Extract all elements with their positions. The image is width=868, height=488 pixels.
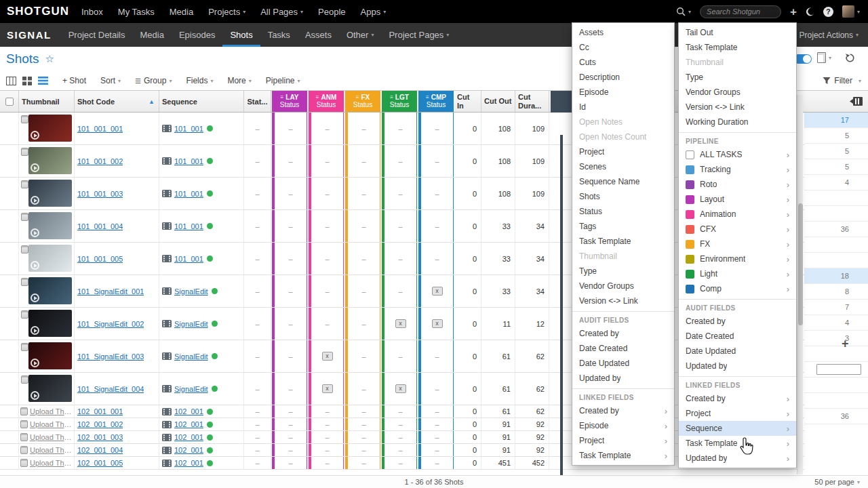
pipeline-cell-cmp[interactable]: x bbox=[418, 275, 454, 307]
col-header-cut-duration[interactable]: Cut Dura... bbox=[515, 91, 549, 112]
sequence-link[interactable]: SignalEdit bbox=[174, 385, 208, 393]
topnav-item-my-tasks[interactable]: My Tasks bbox=[118, 7, 155, 17]
menu-item-updated-by[interactable]: Updated by bbox=[679, 359, 796, 373]
col-header-pipeline-fx[interactable]: ≡FXStatus bbox=[345, 91, 380, 112]
menu-checkbox-fx[interactable] bbox=[686, 240, 694, 249]
detail-panel-icon[interactable] bbox=[20, 407, 28, 415]
detail-panel-icon[interactable] bbox=[21, 115, 28, 123]
menu-item-shots[interactable]: Shots bbox=[572, 189, 674, 204]
pipeline-cell-cmp[interactable]: – bbox=[418, 457, 454, 469]
pipeline-cell-anm[interactable]: – bbox=[309, 418, 344, 430]
sequence-link[interactable]: 101_001 bbox=[174, 222, 203, 230]
menu-item-environment[interactable]: Environment› bbox=[679, 251, 796, 266]
sequence-link[interactable]: 102_001 bbox=[174, 459, 203, 467]
menu-item-working-duration[interactable]: Working Duration bbox=[679, 115, 796, 129]
column-settings-icon[interactable] bbox=[850, 97, 863, 106]
shot-code-link[interactable]: 101_001_002 bbox=[77, 157, 123, 165]
night-mode-moon-icon[interactable] bbox=[806, 7, 814, 16]
play-icon[interactable] bbox=[31, 163, 39, 172]
detail-panel-icon[interactable] bbox=[21, 343, 28, 351]
menu-item-assets[interactable]: Assets bbox=[572, 25, 674, 40]
pipeline-cell-lgt[interactable]: – bbox=[382, 405, 417, 418]
pipeline-cell-anm[interactable]: – bbox=[309, 405, 344, 418]
menu-item-id[interactable]: Id bbox=[572, 100, 674, 115]
upload-thumbnail-link[interactable]: Upload Thum... bbox=[30, 407, 73, 415]
menu-item-task-template[interactable]: Task Template› bbox=[572, 448, 674, 463]
shot-thumbnail[interactable] bbox=[28, 212, 72, 239]
pipeline-cell-cmp[interactable]: – bbox=[418, 243, 454, 274]
menu-item-status[interactable]: Status bbox=[572, 204, 674, 219]
pipeline-cell-lay[interactable]: – bbox=[272, 444, 307, 456]
page-settings-icon[interactable]: ▾ bbox=[817, 52, 831, 63]
col-header-thumbnail[interactable]: Thumbnail bbox=[19, 91, 75, 112]
side-row[interactable] bbox=[804, 190, 868, 206]
menu-item-layout[interactable]: Layout› bbox=[679, 192, 796, 207]
global-add-icon[interactable]: + bbox=[790, 6, 797, 18]
menu-item-updated-by[interactable]: Updated by bbox=[572, 371, 674, 386]
side-row[interactable]: 8 bbox=[804, 284, 868, 300]
menu-checkbox-tracking[interactable] bbox=[686, 165, 694, 174]
menu-item-tracking[interactable]: Tracking› bbox=[679, 162, 796, 177]
view-list-icon[interactable] bbox=[38, 77, 48, 85]
side-row[interactable]: 5 bbox=[804, 128, 868, 144]
pipeline-cell-anm[interactable]: – bbox=[309, 308, 344, 340]
detail-panel-icon[interactable] bbox=[21, 245, 28, 253]
topnav-item-projects[interactable]: Projects▾ bbox=[208, 7, 245, 17]
pipeline-cell-lay[interactable]: – bbox=[272, 210, 307, 242]
project-name[interactable]: SIGNAL bbox=[0, 29, 61, 41]
pipeline-cell-lay[interactable]: – bbox=[272, 457, 307, 469]
view-grid-icon[interactable] bbox=[22, 77, 32, 85]
shot-code-link[interactable]: 102_001_004 bbox=[77, 446, 123, 454]
pipeline-cell-lay[interactable]: – bbox=[272, 340, 307, 372]
play-icon[interactable] bbox=[31, 131, 39, 140]
pipeline-cell-lgt[interactable]: – bbox=[382, 444, 417, 456]
shot-code-link[interactable]: 101_SignalEdit_002 bbox=[77, 320, 144, 328]
shot-code-link[interactable]: 102_001_003 bbox=[77, 433, 123, 441]
shot-thumbnail[interactable] bbox=[28, 277, 72, 304]
pipeline-cell-anm[interactable]: – bbox=[309, 444, 344, 456]
project-actions-menu[interactable]: Project Actions▾ bbox=[800, 30, 859, 40]
pipeline-cell-lay[interactable]: – bbox=[272, 373, 307, 405]
side-row[interactable] bbox=[804, 346, 868, 362]
menu-item-sequence[interactable]: Sequence› bbox=[679, 421, 796, 436]
pipeline-cell-cmp[interactable]: – bbox=[418, 431, 454, 443]
project-tab-episodes[interactable]: Episodes bbox=[172, 23, 222, 47]
topnav-item-media[interactable]: Media bbox=[170, 7, 193, 17]
col-header-pipeline-lay[interactable]: ≡LAYStatus bbox=[272, 91, 307, 112]
project-tab-other[interactable]: Other▾ bbox=[339, 23, 382, 47]
col-header-pipeline-anm[interactable]: ≡ANMStatus bbox=[309, 91, 344, 112]
pipeline-cell-lay[interactable]: – bbox=[272, 113, 307, 144]
menu-item-episode[interactable]: Episode› bbox=[572, 418, 674, 433]
shot-thumbnail[interactable] bbox=[28, 245, 72, 272]
menu-item-project[interactable]: Project› bbox=[679, 406, 796, 421]
sequence-link[interactable]: 101_001 bbox=[174, 157, 203, 165]
side-row[interactable]: 36 bbox=[804, 409, 868, 424]
side-row[interactable]: 7 bbox=[804, 300, 868, 315]
side-row[interactable]: 5 bbox=[804, 144, 868, 159]
pipeline-cell-fx[interactable]: – bbox=[345, 113, 380, 144]
pipeline-menu-button[interactable]: Pipeline▾ bbox=[266, 76, 300, 85]
sequence-link[interactable]: SignalEdit bbox=[174, 352, 208, 361]
side-row[interactable] bbox=[804, 378, 868, 393]
project-tab-assets[interactable]: Assets bbox=[298, 23, 339, 47]
pipeline-cell-fx[interactable]: – bbox=[345, 444, 380, 456]
detail-panel-icon[interactable] bbox=[21, 375, 28, 384]
col-header-sequence[interactable]: Sequence bbox=[159, 91, 244, 112]
menu-item-cuts[interactable]: Cuts bbox=[572, 55, 674, 70]
menu-item-updated-by[interactable]: Updated by› bbox=[679, 451, 796, 466]
pipeline-cell-cmp[interactable]: – bbox=[418, 113, 454, 144]
pipeline-cell-cmp[interactable]: x bbox=[418, 308, 454, 340]
view-columns-icon[interactable] bbox=[6, 77, 16, 85]
menu-checkbox-layout[interactable] bbox=[686, 195, 694, 204]
menu-item-tags[interactable]: Tags bbox=[572, 219, 674, 234]
pipeline-cell-lgt[interactable]: – bbox=[382, 243, 417, 274]
side-row[interactable] bbox=[804, 253, 868, 268]
upload-thumbnail-link[interactable]: Upload Thum... bbox=[30, 420, 73, 428]
shot-code-link[interactable]: 101_001_005 bbox=[77, 255, 123, 263]
detail-panel-icon[interactable] bbox=[21, 310, 28, 319]
shot-thumbnail[interactable] bbox=[28, 147, 72, 174]
side-row[interactable] bbox=[804, 362, 868, 378]
project-tab-tasks[interactable]: Tasks bbox=[260, 23, 298, 47]
pipeline-cell-lgt[interactable]: x bbox=[382, 308, 417, 340]
pipeline-cell-lgt[interactable]: – bbox=[382, 431, 417, 443]
